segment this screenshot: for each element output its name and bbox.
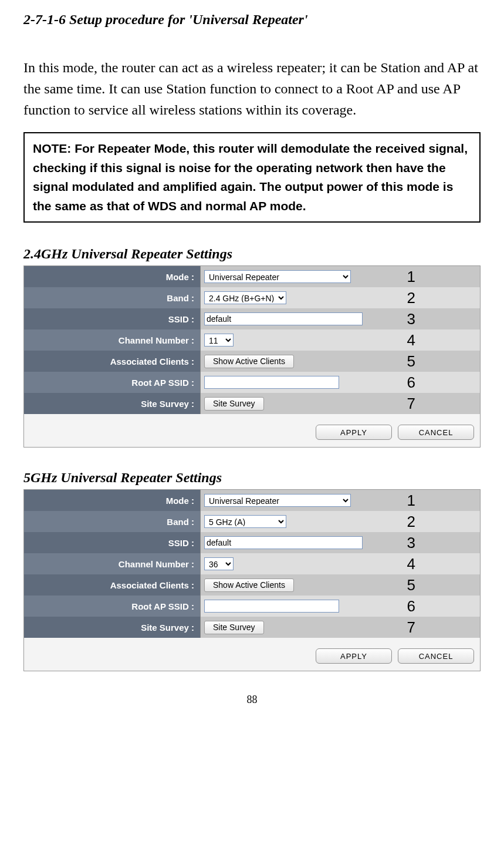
annotation-4: 4 [407, 555, 415, 573]
label-mode: Mode : [24, 266, 201, 287]
cancel-button[interactable]: CANCEL [398, 425, 474, 440]
site-survey-button[interactable]: Site Survey [204, 397, 264, 411]
label-ssid: SSID : [24, 308, 201, 329]
label-associated-clients: Associated Clients : [24, 351, 201, 372]
page-number: 88 [23, 694, 481, 706]
channel-select[interactable]: 11 [204, 334, 234, 347]
label-site-survey: Site Survey : [24, 393, 201, 414]
annotation-2: 2 [407, 513, 415, 531]
label-channel: Channel Number : [24, 329, 201, 351]
show-active-clients-button[interactable]: Show Active Clients [204, 578, 294, 592]
channel-select[interactable]: 36 [204, 557, 234, 570]
mode-select[interactable]: Universal Repeater [204, 270, 351, 283]
section-heading: 2-7-1-6 Setup procedure for 'Universal R… [23, 12, 481, 28]
mode-select[interactable]: Universal Repeater [204, 494, 351, 507]
settings-panel-24ghz: Mode : Universal Repeater 1 Band : 2.4 G… [23, 265, 481, 448]
band-select[interactable]: 5 GHz (A) [204, 515, 286, 528]
show-active-clients-button[interactable]: Show Active Clients [204, 355, 294, 368]
band-select[interactable]: 2.4 GHz (B+G+N) [204, 291, 286, 304]
cancel-button[interactable]: CANCEL [398, 648, 474, 664]
subheading-24ghz: 2.4GHz Universal Repeater Settings [23, 246, 481, 262]
note-box: NOTE: For Repeater Mode, this router wil… [23, 132, 481, 223]
annotation-1: 1 [407, 492, 415, 510]
label-ssid: SSID : [24, 532, 201, 553]
label-root-ap-ssid: Root AP SSID : [24, 372, 201, 393]
annotation-4: 4 [407, 331, 415, 349]
annotation-3: 3 [407, 534, 415, 552]
root-ap-ssid-input[interactable] [204, 600, 339, 613]
ssid-input[interactable] [204, 312, 363, 325]
apply-button[interactable]: APPLY [316, 648, 392, 664]
site-survey-button[interactable]: Site Survey [204, 621, 264, 634]
ssid-input[interactable] [204, 536, 363, 549]
apply-button[interactable]: APPLY [316, 425, 392, 440]
root-ap-ssid-input[interactable] [204, 376, 339, 389]
label-site-survey: Site Survey : [24, 617, 201, 638]
settings-panel-5ghz: Mode : Universal Repeater 1 Band : 5 GHz… [23, 489, 481, 671]
label-associated-clients: Associated Clients : [24, 574, 201, 596]
annotation-2: 2 [407, 289, 415, 307]
annotation-7: 7 [407, 395, 415, 413]
intro-paragraph: In this mode, the router can act as a wi… [23, 57, 481, 120]
annotation-1: 1 [407, 268, 415, 286]
annotation-6: 6 [407, 374, 415, 392]
label-band: Band : [24, 287, 201, 308]
label-channel: Channel Number : [24, 553, 201, 574]
label-root-ap-ssid: Root AP SSID : [24, 596, 201, 617]
subheading-5ghz: 5GHz Universal Repeater Settings [23, 470, 481, 486]
annotation-3: 3 [407, 310, 415, 328]
annotation-7: 7 [407, 618, 415, 637]
annotation-6: 6 [407, 597, 415, 615]
annotation-5: 5 [407, 352, 415, 371]
label-mode: Mode : [24, 490, 201, 511]
annotation-5: 5 [407, 576, 415, 594]
label-band: Band : [24, 511, 201, 532]
